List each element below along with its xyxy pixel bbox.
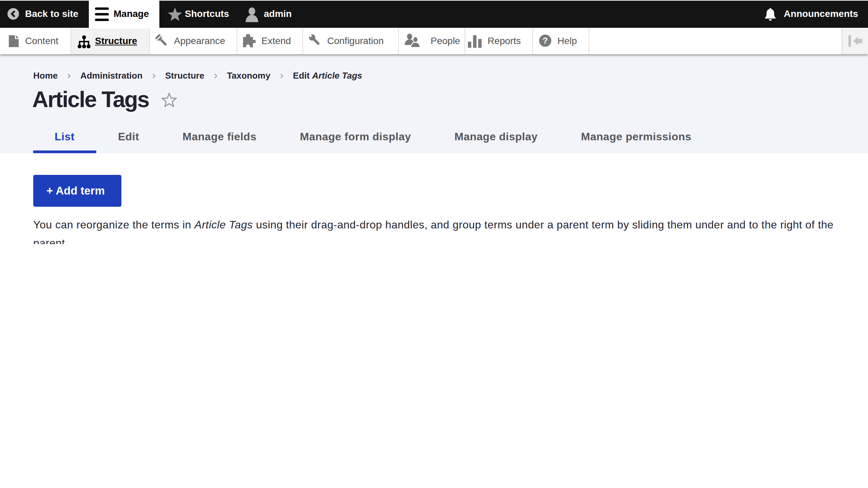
- svg-text:?: ?: [542, 36, 548, 45]
